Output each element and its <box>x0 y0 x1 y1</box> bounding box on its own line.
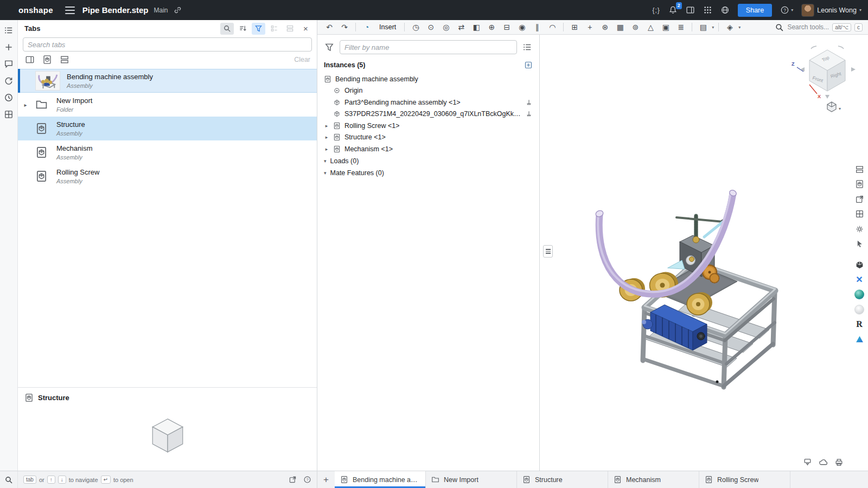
expand-chevron-icon[interactable]: ▸ <box>324 146 329 152</box>
sphere-app-icon[interactable] <box>853 304 865 316</box>
share-button[interactable]: Share <box>738 4 772 17</box>
planar-mate-icon[interactable]: ◧ <box>470 23 483 31</box>
display-states-icon[interactable]: ▤ <box>697 23 710 31</box>
snapshot-icon[interactable]: ▣ <box>659 23 672 31</box>
bom-table-icon[interactable] <box>853 178 865 190</box>
3d-model-canvas[interactable]: Top Front Right Z X ▾ <box>540 35 868 471</box>
pin-slot-mate-icon[interactable]: ⊟ <box>500 23 513 31</box>
view-cube[interactable]: Top Front Right Z X <box>792 46 856 99</box>
tabs-manager-icon[interactable] <box>4 110 14 119</box>
selection-tool-icon[interactable] <box>853 238 865 250</box>
view-options-button[interactable]: ▾ <box>827 102 841 112</box>
tangent-relation-icon[interactable]: ◠ <box>546 23 559 31</box>
list-options-icon[interactable] <box>522 42 533 52</box>
linear-pattern-icon[interactable]: ▦ <box>614 23 627 31</box>
revolute-mate-icon[interactable]: ◎ <box>439 23 452 31</box>
notifications-bell-icon[interactable]: 2 <box>668 5 678 15</box>
onshape-logo-icon[interactable] <box>4 5 15 16</box>
render-app-icon[interactable]: R <box>853 318 865 330</box>
fixed-instance-icon[interactable] <box>525 99 533 106</box>
filter-by-name-input[interactable] <box>344 43 512 52</box>
filter-tabs-icon[interactable] <box>252 23 265 35</box>
x-app-icon[interactable]: ✕ <box>853 274 865 286</box>
tab-row-new-import[interactable]: ▸ New Import Folder <box>18 93 317 117</box>
print-icon[interactable] <box>833 457 844 467</box>
model-properties-icon[interactable] <box>853 163 865 175</box>
insert-instance-icon[interactable] <box>524 61 533 69</box>
user-menu[interactable]: Leonis Wong ▾ <box>801 4 861 17</box>
simulation-app-icon[interactable] <box>853 333 865 345</box>
solid-cube-app-icon[interactable] <box>853 259 865 271</box>
insert-button[interactable]: Insert <box>375 22 400 32</box>
globe-app-icon[interactable] <box>853 288 865 300</box>
close-panel-icon[interactable]: × <box>299 23 312 35</box>
share-link-icon[interactable] <box>174 6 182 14</box>
add-icon[interactable] <box>4 42 14 52</box>
search-tabs-icon[interactable] <box>220 23 234 35</box>
help-menu[interactable]: ▾ <box>780 5 793 15</box>
parallel-relation-icon[interactable]: ∥ <box>531 23 544 31</box>
open-in-new-icon[interactable] <box>289 476 297 484</box>
3d-viewport[interactable]: Top Front Right Z X ▾ ✕ R <box>540 35 868 471</box>
app-name[interactable]: onshape <box>18 5 53 15</box>
rotate-right-arrow-icon[interactable] <box>851 67 856 72</box>
simulation-icon[interactable]: ◈ <box>723 23 736 31</box>
sort-tabs-icon[interactable] <box>236 23 250 35</box>
doc-tab-new-import[interactable]: New Import <box>426 471 517 488</box>
doc-tab-bending-machine-assembly[interactable]: Bending machine asse... <box>335 471 426 488</box>
tree-row-root-assembly[interactable]: Bending machine assembly <box>317 73 539 85</box>
collapse-chevron-icon[interactable]: ▾ <box>324 170 327 176</box>
comments-icon[interactable] <box>4 59 14 69</box>
clear-filters-button[interactable]: Clear <box>294 56 310 63</box>
main-menu-icon[interactable] <box>65 7 75 14</box>
doc-tab-structure[interactable]: Structure <box>517 471 608 488</box>
search-tools[interactable]: Search tools... alt/⌥ c <box>775 23 863 32</box>
branch-label[interactable]: Main <box>154 7 168 14</box>
app-store-grid-icon[interactable] <box>703 5 712 15</box>
loads-section-header[interactable]: ▾ Loads (0) <box>317 155 539 167</box>
slider-mate-icon[interactable]: ⇄ <box>455 23 468 31</box>
circular-pattern-icon[interactable]: ⊚ <box>629 23 642 31</box>
filter-type-split-icon[interactable] <box>24 55 35 65</box>
tree-row-structure[interactable]: ▸ Structure <1> <box>317 132 539 144</box>
tree-row-part3[interactable]: Part3^Bending machine assembly <1> <box>317 97 539 108</box>
panel-resize-handle[interactable] <box>543 245 553 258</box>
card-view-icon[interactable] <box>283 23 297 35</box>
cylindrical-mate-icon[interactable]: ⊕ <box>485 23 498 31</box>
ball-mate-icon[interactable]: ◉ <box>515 23 528 31</box>
group-mate-icon[interactable]: ⊞ <box>568 23 581 31</box>
filter-type-document-icon[interactable] <box>42 55 53 65</box>
appearance-brush-icon[interactable] <box>802 457 813 467</box>
filter-type-image-icon[interactable] <box>59 55 70 65</box>
tab-row-mechanism[interactable]: Mechanism Assembly <box>18 140 317 164</box>
cloud-services-icon[interactable] <box>818 457 828 467</box>
tab-row-rolling-screw[interactable]: Rolling Screw Assembly <box>18 164 317 188</box>
search-tools-icon[interactable] <box>775 23 784 32</box>
expand-chevron-icon[interactable]: ▸ <box>324 134 329 140</box>
feature-script-icon[interactable]: {;} <box>653 7 660 14</box>
tab-row-structure[interactable]: Structure Assembly <box>18 117 317 140</box>
add-tab-button[interactable]: + <box>317 471 335 488</box>
outline-list-icon[interactable] <box>4 25 14 35</box>
revert-icon[interactable]: ◷ <box>409 23 422 31</box>
document-title[interactable]: Pipe Bender.step <box>82 5 149 15</box>
filter-by-name-box[interactable] <box>340 40 517 54</box>
simulation-caret-icon[interactable]: ▾ <box>738 25 741 30</box>
search-tabs-corner-icon[interactable] <box>0 471 18 488</box>
history-icon[interactable] <box>4 93 14 102</box>
doc-tab-mechanism[interactable]: Mechanism <box>608 471 699 488</box>
configurations-icon[interactable] <box>853 208 865 220</box>
tab-row-bending-machine-assembly[interactable]: Bending machine assembly Assembly <box>18 69 317 93</box>
panel-layout-icon[interactable] <box>686 5 695 15</box>
named-positions-icon[interactable]: ≣ <box>674 23 687 31</box>
search-tabs-input[interactable] <box>28 41 307 49</box>
expand-chevron-icon[interactable]: ▸ <box>324 123 329 129</box>
mate-connector-icon[interactable]: + <box>583 23 596 31</box>
insert-parts-icon[interactable]: ◔ <box>360 23 373 31</box>
language-globe-icon[interactable] <box>720 5 730 15</box>
help-icon[interactable] <box>303 476 311 484</box>
search-tabs-box[interactable] <box>23 37 312 52</box>
fastened-mate-icon[interactable]: ⊙ <box>424 23 437 31</box>
tree-row-rolling-screw[interactable]: ▸ Rolling Screw <1> <box>317 120 539 132</box>
expand-chevron-icon[interactable]: ▸ <box>21 102 30 108</box>
